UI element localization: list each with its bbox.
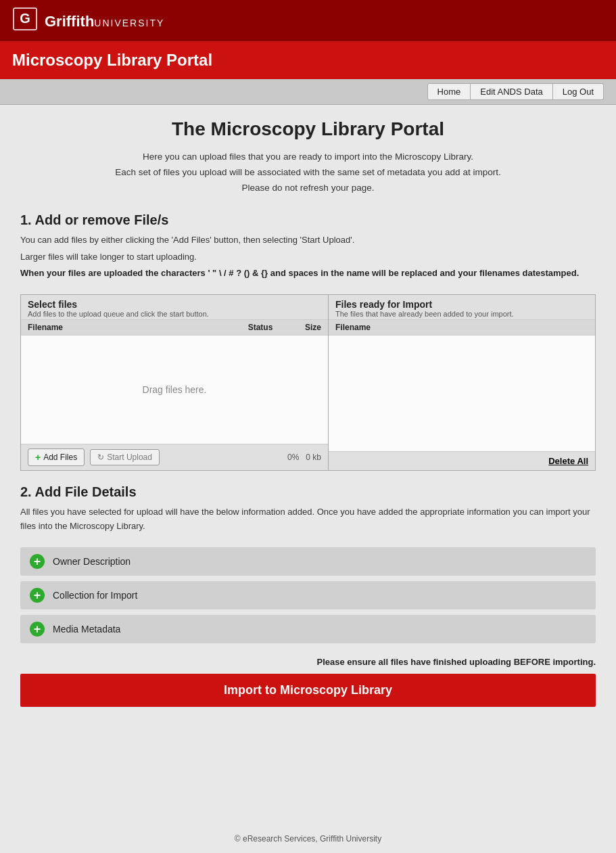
intro-text: Here you can upload files that you are r… <box>20 149 596 196</box>
panel-bottom-bar: + Add Files ↻ Start Upload 0% 0 kb <box>21 444 328 470</box>
import-warning: Please ensure all files have finished up… <box>20 657 596 667</box>
logout-button[interactable]: Log Out <box>553 83 604 100</box>
accordion: + Owner Description + Collection for Imp… <box>20 547 596 643</box>
footer-text: © eResearch Services, Griffith Universit… <box>235 834 381 844</box>
files-ready-title: Files ready for Import <box>335 299 588 310</box>
section1-desc2: Larger files will take longer to start u… <box>20 250 596 264</box>
delete-all-link[interactable]: Delete All <box>548 456 588 466</box>
accordion-plus-icon-owner: + <box>30 554 45 569</box>
section2: 2. Add File Details All files you have s… <box>20 484 596 707</box>
progress-info: 0% 0 kb <box>287 453 321 462</box>
files-ready-content <box>329 336 595 451</box>
loading-icon: ↻ <box>97 453 104 462</box>
select-files-panel: Select files Add files to the upload que… <box>21 295 329 470</box>
section1: 1. Add or remove File/s You can add file… <box>20 212 596 281</box>
select-files-title: Select files <box>28 299 321 310</box>
accordion-item-owner[interactable]: + Owner Description <box>20 547 596 576</box>
section1-heading: 1. Add or remove File/s <box>20 212 596 228</box>
section2-desc: All files you have selected for upload w… <box>20 505 596 534</box>
accordion-label-collection: Collection for Import <box>53 590 137 601</box>
plus-icon: + <box>35 452 41 463</box>
col-size-header: Size <box>284 323 321 332</box>
accordion-item-collection[interactable]: + Collection for Import <box>20 581 596 609</box>
site-title: Microscopy Library Portal <box>12 51 604 70</box>
logo-text: GriffithUNIVERSITY <box>45 13 164 30</box>
accordion-item-media[interactable]: + Media Metadata <box>20 615 596 643</box>
col-status-header: Status <box>237 323 284 332</box>
home-button[interactable]: Home <box>427 83 471 100</box>
file-column-headers: Filename Status Size <box>21 320 328 336</box>
add-files-button[interactable]: + Add Files <box>28 448 85 466</box>
select-files-subtitle: Add files to the upload queue and click … <box>28 310 321 318</box>
nav-bar: Home Edit ANDS Data Log Out <box>0 79 616 105</box>
griffith-logo-icon: G <box>12 7 38 36</box>
accordion-plus-icon-collection: + <box>30 588 45 603</box>
accordion-label-owner: Owner Description <box>53 556 131 567</box>
import-button[interactable]: Import to Microscopy Library <box>20 674 596 707</box>
upload-panels: Select files Add files to the upload que… <box>20 294 596 471</box>
accordion-plus-icon-media: + <box>30 622 45 637</box>
import-section: Please ensure all files have finished up… <box>20 657 596 707</box>
section1-desc1: You can add files by either clicking the… <box>20 233 596 248</box>
page-title: The Microscopy Library Portal <box>20 118 596 140</box>
footer: © eResearch Services, Griffith Universit… <box>0 825 616 853</box>
svg-text:G: G <box>20 11 30 26</box>
files-ready-col-header: Filename <box>329 320 595 336</box>
logo: G GriffithUNIVERSITY <box>12 7 164 36</box>
select-files-title-row: Select files Add files to the upload que… <box>21 295 328 320</box>
section1-desc3: When your files are uploaded the charact… <box>20 267 596 281</box>
start-upload-button[interactable]: ↻ Start Upload <box>90 449 160 465</box>
files-ready-panel: Files ready for Import The files that ha… <box>329 295 595 470</box>
file-drop-zone[interactable]: Drag files here. <box>21 336 328 444</box>
files-ready-bottom: Delete All <box>329 451 595 470</box>
accordion-label-media: Media Metadata <box>53 624 120 635</box>
edit-ands-button[interactable]: Edit ANDS Data <box>471 83 553 100</box>
files-ready-subtitle: The files that have already been added t… <box>335 310 588 318</box>
drag-hint: Drag files here. <box>143 384 207 395</box>
progress-size: 0 kb <box>306 453 321 462</box>
files-ready-title-row: Files ready for Import The files that ha… <box>329 295 595 320</box>
section2-heading: 2. Add File Details <box>20 484 596 500</box>
col-filename-header: Filename <box>28 323 237 332</box>
progress-percent: 0% <box>287 453 299 462</box>
